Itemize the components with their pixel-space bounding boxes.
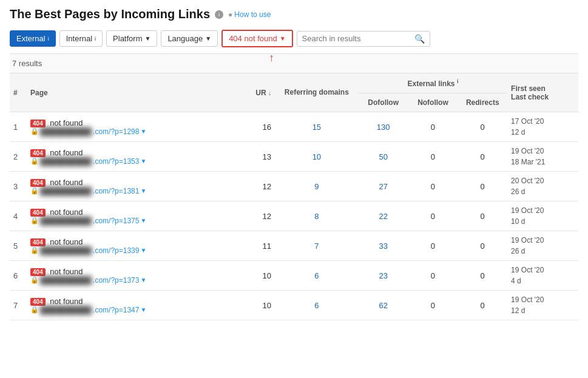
- cell-dates: 19 Oct '2026 d: [507, 231, 578, 261]
- page-status-text: not found: [50, 148, 83, 157]
- cell-dates: 19 Oct '204 d: [507, 261, 578, 291]
- language-arrow-icon: ▼: [205, 35, 211, 42]
- cell-ur: 12: [240, 201, 275, 231]
- th-external-links-group: External links i: [359, 73, 507, 93]
- results-table: # Page UR ↓ Referring domains External l…: [10, 73, 578, 320]
- cell-dates: 19 Oct '2012 d: [507, 291, 578, 320]
- url-dropdown-icon[interactable]: ▼: [140, 128, 146, 135]
- ref-domains-link[interactable]: 7: [314, 241, 319, 251]
- url-param[interactable]: .com/?p=1298: [93, 127, 139, 136]
- dofollow-link[interactable]: 62: [379, 301, 387, 310]
- search-input[interactable]: [302, 34, 411, 43]
- table-row: 1 404 not found 🔒 ██████████ .com/?p=129…: [10, 112, 578, 142]
- lock-icon: 🔒: [30, 157, 39, 165]
- search-box: 🔍: [297, 31, 430, 47]
- external-tab[interactable]: Externali: [10, 30, 56, 47]
- url-param[interactable]: .com/?p=1347: [93, 306, 139, 314]
- ref-domains-link[interactable]: 10: [313, 152, 321, 161]
- url-dropdown-icon[interactable]: ▼: [140, 277, 146, 283]
- table-row: 2 404 not found 🔒 ██████████ .com/?p=135…: [10, 142, 578, 172]
- url-dropdown-icon[interactable]: ▼: [140, 158, 146, 164]
- url-domain: ██████████: [40, 187, 92, 195]
- badge-404: 404: [30, 238, 46, 246]
- search-icon[interactable]: 🔍: [414, 34, 425, 44]
- cell-redirects: 0: [458, 231, 507, 261]
- cell-num: 4: [10, 201, 27, 231]
- cell-page: 404 not found 🔒 ██████████ .com/?p=1375 …: [27, 201, 239, 231]
- ref-domains-link[interactable]: 15: [313, 123, 321, 132]
- cell-dates: 20 Oct '2026 d: [507, 172, 578, 201]
- url-domain: ██████████: [40, 276, 92, 285]
- ref-domains-link[interactable]: 6: [314, 301, 319, 310]
- url-dropdown-icon[interactable]: ▼: [140, 187, 146, 194]
- table-row: 3 404 not found 🔒 ██████████ .com/?p=138…: [10, 172, 578, 201]
- dofollow-link[interactable]: 50: [379, 152, 387, 161]
- url-domain: ██████████: [40, 157, 92, 166]
- url-dropdown-icon[interactable]: ▼: [140, 217, 146, 224]
- dofollow-link[interactable]: 23: [379, 271, 387, 280]
- badge-404: 404: [30, 149, 46, 157]
- cell-ur: 10: [240, 261, 275, 291]
- lock-icon: 🔒: [30, 127, 39, 135]
- ref-domains-link[interactable]: 6: [314, 271, 319, 280]
- cell-page: 404 not found 🔒 ██████████ .com/?p=1298 …: [27, 112, 239, 142]
- url-param[interactable]: .com/?p=1339: [93, 246, 139, 255]
- table-body: 1 404 not found 🔒 ██████████ .com/?p=129…: [10, 112, 578, 320]
- cell-redirects: 0: [458, 261, 507, 291]
- cell-num: 3: [10, 172, 27, 201]
- dofollow-link[interactable]: 33: [379, 241, 387, 251]
- cell-redirects: 0: [458, 172, 507, 201]
- table-row: 5 404 not found 🔒 ██████████ .com/?p=133…: [10, 231, 578, 261]
- lock-icon: 🔒: [30, 187, 39, 195]
- cell-dofollow: 50: [359, 142, 408, 172]
- th-firstseen: First seen Last check: [507, 73, 578, 112]
- cell-dates: 17 Oct '2012 d: [507, 112, 578, 142]
- dofollow-link[interactable]: 130: [377, 123, 390, 132]
- cell-nofollow: 0: [408, 201, 458, 231]
- url-dropdown-icon[interactable]: ▼: [140, 247, 146, 254]
- language-dropdown[interactable]: Language ▼: [161, 30, 218, 47]
- internal-tab[interactable]: Internali: [59, 30, 103, 47]
- cell-dofollow: 27: [359, 172, 408, 201]
- platform-dropdown[interactable]: Platform ▼: [106, 30, 157, 47]
- url-param[interactable]: .com/?p=1373: [93, 276, 139, 285]
- status-dropdown[interactable]: 404 not found ▼: [221, 30, 292, 47]
- arrow-indicator: ↑: [269, 52, 274, 64]
- table-header-row: # Page UR ↓ Referring domains External l…: [10, 73, 578, 93]
- url-param[interactable]: .com/?p=1353: [93, 157, 139, 166]
- cell-nofollow: 0: [408, 261, 458, 291]
- page-wrapper: The Best Pages by Incoming Links i ● How…: [0, 0, 588, 328]
- cell-dofollow: 33: [359, 231, 408, 261]
- table-row: 4 404 not found 🔒 ██████████ .com/?p=137…: [10, 201, 578, 231]
- cell-ur: 16: [240, 112, 275, 142]
- th-ref: Referring domains: [275, 73, 359, 112]
- cell-nofollow: 0: [408, 231, 458, 261]
- url-param[interactable]: .com/?p=1375: [93, 217, 139, 225]
- cell-nofollow: 0: [408, 142, 458, 172]
- cell-nofollow: 0: [408, 172, 458, 201]
- cell-redirects: 0: [458, 112, 507, 142]
- page-status-text: not found: [50, 267, 83, 276]
- ref-domains-link[interactable]: 8: [314, 212, 319, 221]
- ref-domains-link[interactable]: 9: [314, 182, 319, 191]
- filters-row: Externali Internali Platform ▼ Language …: [10, 30, 578, 47]
- ur-sort-icon[interactable]: ↓: [268, 90, 271, 96]
- cell-ref-domains: 8: [275, 201, 359, 231]
- status-arrow-icon: ▼: [280, 35, 286, 42]
- dofollow-link[interactable]: 22: [379, 212, 387, 221]
- cell-nofollow: 0: [408, 291, 458, 320]
- url-param[interactable]: .com/?p=1381: [93, 187, 139, 195]
- cell-num: 5: [10, 231, 27, 261]
- lock-icon: 🔒: [30, 276, 39, 284]
- how-to-use-link[interactable]: ● How to use: [228, 10, 271, 19]
- th-page: Page: [27, 73, 239, 112]
- cell-redirects: 0: [458, 201, 507, 231]
- page-status-text: not found: [50, 118, 83, 127]
- cell-num: 7: [10, 291, 27, 320]
- dofollow-link[interactable]: 27: [379, 182, 387, 191]
- url-dropdown-icon[interactable]: ▼: [140, 306, 146, 313]
- page-title: The Best Pages by Incoming Links: [10, 7, 210, 21]
- page-status-text: not found: [50, 297, 83, 306]
- th-dofollow: Dofollow: [359, 93, 408, 112]
- title-info-icon[interactable]: i: [215, 10, 223, 19]
